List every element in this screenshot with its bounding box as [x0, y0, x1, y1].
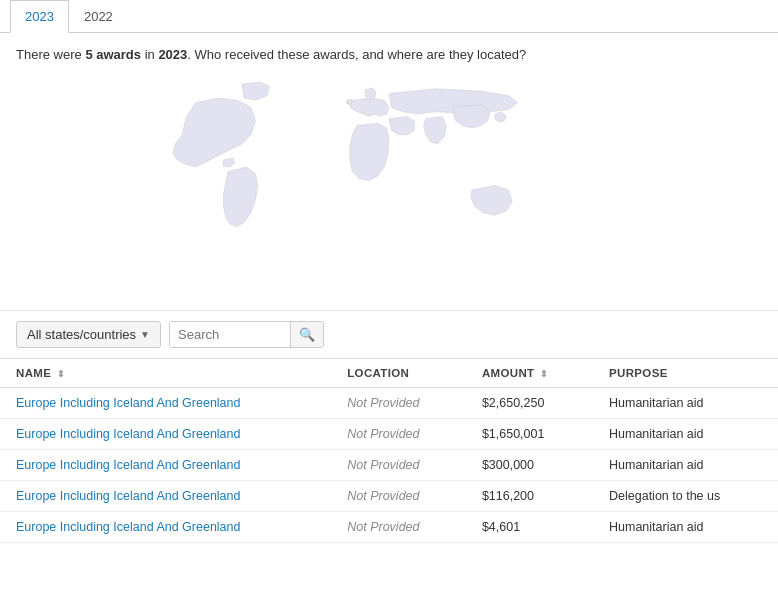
cell-purpose: Humanitarian aid	[593, 512, 778, 543]
cell-name[interactable]: Europe Including Iceland And Greenland	[0, 388, 331, 419]
search-input[interactable]	[170, 322, 290, 347]
cell-location: Not Provided	[331, 481, 466, 512]
cell-amount: $4,601	[466, 512, 593, 543]
cell-purpose: Humanitarian aid	[593, 419, 778, 450]
tab-bar: 2023 2022	[0, 0, 778, 33]
dropdown-caret-icon: ▼	[140, 329, 150, 340]
table-row: Europe Including Iceland And GreenlandNo…	[0, 388, 778, 419]
cell-amount: $1,650,001	[466, 419, 593, 450]
cell-name[interactable]: Europe Including Iceland And Greenland	[0, 481, 331, 512]
table-row: Europe Including Iceland And GreenlandNo…	[0, 450, 778, 481]
cell-amount: $2,650,250	[466, 388, 593, 419]
cell-purpose: Delegation to the us	[593, 481, 778, 512]
cell-amount: $300,000	[466, 450, 593, 481]
search-button[interactable]: 🔍	[290, 322, 323, 347]
cell-name[interactable]: Europe Including Iceland And Greenland	[0, 450, 331, 481]
cell-location: Not Provided	[331, 450, 466, 481]
awards-table: NAME ⇕ LOCATION AMOUNT ⇕ PURPOSE Europe …	[0, 358, 778, 543]
search-icon: 🔍	[299, 327, 315, 342]
intro-year: 2023	[158, 47, 187, 62]
cell-name[interactable]: Europe Including Iceland And Greenland	[0, 512, 331, 543]
tab-2022[interactable]: 2022	[69, 0, 128, 33]
col-header-name: NAME ⇕	[0, 359, 331, 388]
intro-prefix: There were	[16, 47, 85, 62]
intro-middle: in	[141, 47, 158, 62]
world-map	[0, 70, 778, 310]
cell-location: Not Provided	[331, 388, 466, 419]
cell-purpose: Humanitarian aid	[593, 388, 778, 419]
sort-icon-amount[interactable]: ⇕	[540, 369, 548, 379]
dropdown-label: All states/countries	[27, 327, 136, 342]
col-header-amount: AMOUNT ⇕	[466, 359, 593, 388]
tab-2023[interactable]: 2023	[10, 0, 69, 33]
col-header-location: LOCATION	[331, 359, 466, 388]
cell-amount: $116,200	[466, 481, 593, 512]
intro-count: 5 awards	[85, 47, 141, 62]
intro-text: There were 5 awards in 2023. Who receive…	[0, 33, 778, 70]
sort-icon-name[interactable]: ⇕	[57, 369, 65, 379]
table-header-row: NAME ⇕ LOCATION AMOUNT ⇕ PURPOSE	[0, 359, 778, 388]
filter-bar: All states/countries ▼ 🔍	[0, 310, 778, 358]
cell-location: Not Provided	[331, 512, 466, 543]
search-wrapper: 🔍	[169, 321, 324, 348]
table-row: Europe Including Iceland And GreenlandNo…	[0, 419, 778, 450]
cell-purpose: Humanitarian aid	[593, 450, 778, 481]
col-header-purpose: PURPOSE	[593, 359, 778, 388]
table-row: Europe Including Iceland And GreenlandNo…	[0, 512, 778, 543]
country-filter-dropdown[interactable]: All states/countries ▼	[16, 321, 161, 348]
table-row: Europe Including Iceland And GreenlandNo…	[0, 481, 778, 512]
cell-location: Not Provided	[331, 419, 466, 450]
cell-name[interactable]: Europe Including Iceland And Greenland	[0, 419, 331, 450]
intro-suffix: . Who received these awards, and where a…	[187, 47, 526, 62]
